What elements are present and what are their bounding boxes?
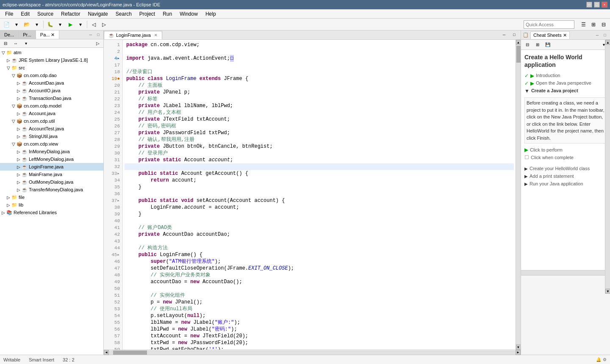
tree-outmoneydialog[interactable]: ▷ ☕ OutMoneyDialog.java bbox=[0, 178, 103, 186]
tree-accountdao[interactable]: ▷ ☕ AccountDao.java bbox=[0, 79, 103, 87]
menu-help[interactable]: Help bbox=[202, 10, 219, 18]
tree-account[interactable]: ▷ ☕ Account.java bbox=[0, 110, 103, 117]
panel-menu-btn[interactable]: ▾ bbox=[21, 39, 30, 48]
tree-transfermoneydialog[interactable]: ▷ ☕ TransferMoneyDialog.java bbox=[0, 186, 103, 193]
forward-btn[interactable]: ▷ bbox=[93, 39, 103, 48]
h-scroll-thumb[interactable] bbox=[113, 350, 147, 355]
run-button[interactable]: ▶ bbox=[66, 20, 75, 29]
vertical-scrollbar[interactable]: ▲ ▼ bbox=[516, 40, 521, 350]
tree-model-pkg[interactable]: ▽ 📦 cn.com.cdp.model bbox=[0, 102, 103, 110]
code-line: private JLabel lblName, lblPwd; bbox=[125, 102, 514, 109]
maximize-panel-btn[interactable]: □ bbox=[95, 31, 102, 38]
horizontal-scrollbar[interactable]: ◄ ► bbox=[104, 350, 521, 355]
scroll-down-btn[interactable]: ▼ bbox=[516, 345, 521, 350]
cheat-tab-label[interactable]: Cheat Sheets ✕ bbox=[530, 31, 570, 39]
cheat-step-create-project[interactable]: ▼ Create a Java project bbox=[524, 87, 607, 95]
cheat-action-perform[interactable]: ▶ Click to perform bbox=[524, 146, 607, 154]
tree-src[interactable]: ▽ 📁 src bbox=[0, 64, 103, 72]
menu-file[interactable]: File bbox=[2, 10, 17, 18]
maximize-button[interactable]: □ bbox=[594, 2, 600, 8]
perspective-btn-1[interactable]: ☰ bbox=[579, 20, 588, 29]
tree-atm[interactable]: ▽ 📁 atm bbox=[0, 49, 103, 56]
cheat-action-complete[interactable]: ☐ Click when complete bbox=[524, 154, 607, 161]
cheat-section-create-class[interactable]: ▶ Create your HelloWorld class bbox=[524, 165, 607, 172]
quick-access-input[interactable] bbox=[524, 20, 574, 29]
tree-file[interactable]: ▷ 📁 file bbox=[0, 193, 103, 201]
editor-minimize-btn[interactable]: ─ bbox=[499, 30, 509, 39]
section-arrow-icon: ▶ bbox=[524, 174, 528, 179]
debug-button[interactable]: 🐛 bbox=[45, 20, 55, 29]
code-editor[interactable]: 1 2 4▸ 17 18 19● 20 21 22 23 24 25 26 27… bbox=[104, 40, 521, 350]
tree-transactiondao[interactable]: ▷ ☕ TransactionDao.java bbox=[0, 94, 103, 102]
right-scroll-down[interactable]: ▼ bbox=[605, 289, 610, 294]
cheat-step-perspective[interactable]: ✓ ▶ Open the Java perspective bbox=[524, 80, 607, 87]
tree-view-pkg[interactable]: ▽ 📦 cn.com.cdp.view bbox=[0, 140, 103, 148]
tab-debug[interactable]: De... bbox=[0, 30, 19, 39]
menu-window[interactable]: Window bbox=[176, 10, 201, 18]
expand-icon: ▷ bbox=[7, 203, 10, 207]
tree-label: Referenced Libraries bbox=[14, 210, 57, 215]
scroll-thumb[interactable] bbox=[516, 46, 521, 63]
package-icon: 📦 bbox=[17, 103, 22, 109]
minimize-panel-btn[interactable]: ─ bbox=[87, 31, 94, 38]
tree-lib[interactable]: ▷ 📁 lib bbox=[0, 201, 103, 209]
tree-jre[interactable]: ▷ ☕ JRE System Library [JavaSE-1.8] bbox=[0, 56, 103, 64]
tab-close-btn[interactable]: ✕ bbox=[154, 33, 158, 37]
menu-search[interactable]: Search bbox=[112, 10, 135, 18]
menu-run[interactable]: Run bbox=[159, 10, 175, 18]
tree-mainframe[interactable]: ▷ ☕ MainFrame.java bbox=[0, 171, 103, 178]
menu-navigate[interactable]: Navigate bbox=[84, 10, 111, 18]
code-content[interactable]: package cn.com.cdp.view; import java.awt… bbox=[123, 40, 516, 350]
panel-toolbar: ⊟ ↔ ▾ ▷ bbox=[0, 39, 103, 48]
tab-problems[interactable]: Pr... bbox=[19, 30, 36, 39]
cheat-maximize-btn[interactable]: □ bbox=[602, 32, 608, 39]
run-dropdown[interactable]: ▾ bbox=[76, 20, 85, 29]
editor-maximize-btn[interactable]: □ bbox=[510, 30, 519, 39]
open-dropdown[interactable]: ▾ bbox=[32, 20, 42, 29]
folder-icon: 📁 bbox=[11, 202, 17, 208]
code-line: public class LoginFrame extends JFrame { bbox=[125, 75, 514, 82]
cheat-save-btn[interactable]: 💾 bbox=[543, 40, 552, 50]
right-vertical-scrollbar[interactable]: ▲ ▼ bbox=[605, 40, 610, 294]
tree-loginframe[interactable]: ▷ ☕ LoginFrame.java bbox=[0, 163, 103, 171]
next-edit-button[interactable]: ▷ bbox=[99, 20, 108, 29]
tree-stringutil[interactable]: ▷ ☕ StringUtil.java bbox=[0, 132, 103, 140]
tree-inmoneydialog[interactable]: ▷ ☕ InMoneyDialog.java bbox=[0, 148, 103, 155]
menu-source[interactable]: Source bbox=[34, 10, 57, 18]
toolbar: 📄 ▾ 📂 ▾ 🐛 ▾ ▶ ▾ ◁ ▷ ☰ ⊞ ⊟ bbox=[0, 19, 610, 30]
minimize-button[interactable]: ─ bbox=[586, 2, 592, 8]
collapse-all-btn[interactable]: ⊟ bbox=[1, 39, 10, 48]
tree-accountio[interactable]: ▷ ☕ AccountIO.java bbox=[0, 87, 103, 94]
prev-edit-button[interactable]: ◁ bbox=[89, 20, 98, 29]
tree-referenced-libraries[interactable]: ▷ 📚 Referenced Libraries bbox=[0, 209, 103, 216]
new-button[interactable]: 📄 bbox=[2, 20, 11, 29]
right-scroll-up[interactable]: ▲ bbox=[605, 40, 610, 45]
menu-edit[interactable]: Edit bbox=[17, 10, 33, 18]
perspective-btn-3[interactable]: ⊟ bbox=[599, 20, 608, 29]
search-area bbox=[524, 20, 574, 29]
tab-package-explorer[interactable]: Pa... ✕ bbox=[36, 30, 60, 39]
tree-dao-pkg[interactable]: ▽ 📦 cn.com.cdp.dao bbox=[0, 72, 103, 79]
scroll-left-btn[interactable]: ◄ bbox=[104, 350, 109, 355]
cheat-section-run[interactable]: ▶ Run your Java application bbox=[524, 180, 607, 188]
cheat-expand-btn[interactable]: ⊞ bbox=[533, 40, 542, 50]
editor-tab-loginframe[interactable]: ☕ LoginFrame.java ✕ bbox=[104, 31, 162, 39]
cheat-collapse-btn[interactable]: ⊟ bbox=[523, 40, 532, 50]
scroll-right-btn[interactable]: ► bbox=[516, 350, 521, 355]
cheat-section-print[interactable]: ▶ Add a print statement bbox=[524, 172, 607, 180]
menu-project[interactable]: Project bbox=[136, 10, 158, 18]
menu-refactor[interactable]: Refactor bbox=[58, 10, 83, 18]
link-editor-btn[interactable]: ↔ bbox=[11, 39, 20, 48]
tree-accounttest[interactable]: ▷ ☕ AccountTest.java bbox=[0, 125, 103, 132]
line-num: 47 bbox=[104, 265, 122, 272]
open-button[interactable]: 📂 bbox=[22, 20, 31, 29]
tree-leftmoneydialog[interactable]: ▷ ☕ LeftMoneyDialog.java bbox=[0, 155, 103, 163]
scroll-up-btn[interactable]: ▲ bbox=[516, 40, 521, 45]
cheat-minimize-btn[interactable]: ─ bbox=[594, 32, 601, 39]
perspective-btn-2[interactable]: ⊞ bbox=[589, 20, 598, 29]
debug-dropdown[interactable]: ▾ bbox=[55, 20, 65, 29]
tree-util-pkg[interactable]: ▽ 📦 cn.com.cdp.util bbox=[0, 117, 103, 125]
new-dropdown[interactable]: ▾ bbox=[12, 20, 21, 29]
close-button[interactable]: × bbox=[602, 2, 607, 8]
cheat-step-introduction[interactable]: ✓ ▶ Introduction bbox=[524, 72, 607, 80]
